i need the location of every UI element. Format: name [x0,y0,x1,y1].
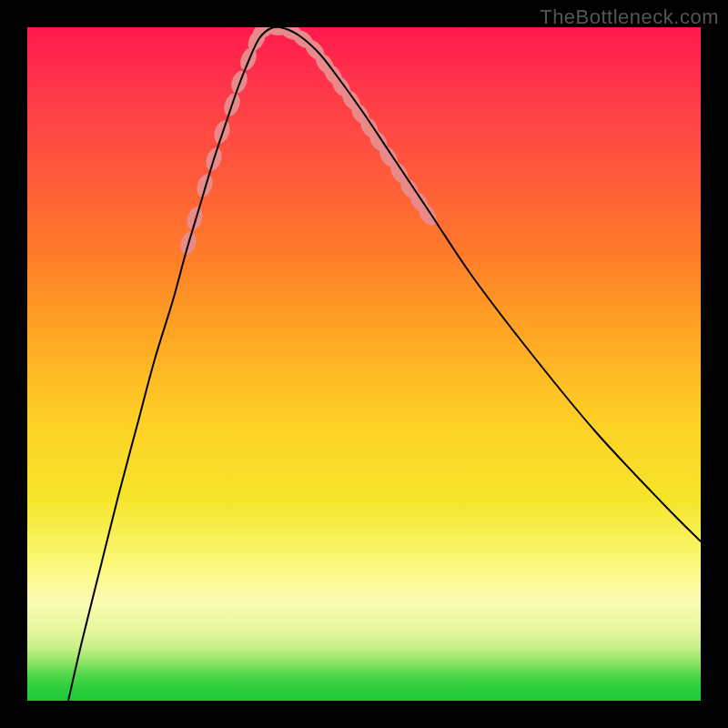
highlight-dots [178,27,440,257]
chart-frame: TheBottleneck.com [0,0,728,728]
watermark-text: TheBottleneck.com [540,5,719,29]
bottleneck-curve [68,27,701,701]
highlight-dot [185,205,206,231]
curve-layer [27,27,701,701]
plot-area [27,27,701,701]
highlight-dot [194,172,215,199]
